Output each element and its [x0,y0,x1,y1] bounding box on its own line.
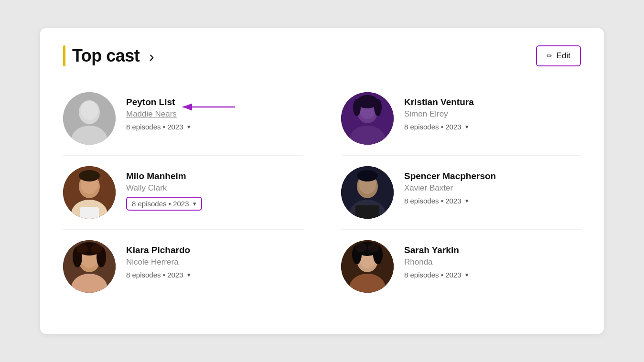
chevron-down-icon-sarah[interactable]: ▾ [465,271,469,278]
char-name-kristian: Simon Elroy [404,109,474,119]
svg-point-33 [91,244,102,254]
edit-pencil-icon: ✏ [547,52,553,60]
actor-name-peyton[interactable]: Peyton List [126,97,191,107]
top-cast-card: Top cast › ✏ Edit Peyton List Mad [40,28,604,334]
cast-item-kristian: Kristian Ventura Simon Elroy 8 episodes … [341,82,581,156]
svg-rect-24 [355,205,379,219]
episodes-text-sarah: 8 episodes • 2023 [404,271,462,279]
svg-point-17 [79,170,100,181]
cast-item-spencer: Spencer Macpherson Xavier Baxter 8 episo… [341,156,581,230]
svg-point-41 [355,243,367,252]
episodes-milo[interactable]: 8 episodes • 2023 ▾ [126,197,202,211]
actor-name-kiara[interactable]: Kiara Pichardo [126,245,191,256]
cast-info-milo: Milo Manheim Wally Clark 8 episodes • 20… [126,166,202,211]
episodes-text-spencer: 8 episodes • 2023 [404,197,462,205]
cast-item-kiara: Kiara Pichardo Nicole Herrera 8 episodes… [63,230,303,303]
svg-point-11 [353,99,361,116]
avatar-milo[interactable] [63,166,116,219]
edit-button[interactable]: ✏ Edit [536,45,581,66]
cast-grid: Peyton List Maddie Nears 8 episodes • 20… [63,82,581,303]
title-row: Top cast › [63,45,154,66]
svg-point-3 [81,101,98,120]
page-title: Top cast › [72,46,154,66]
svg-rect-18 [80,207,99,219]
title-chevron-icon[interactable]: › [149,48,154,65]
actor-name-milo[interactable]: Milo Manheim [126,171,202,181]
avatar-sarah[interactable] [341,240,394,293]
chevron-down-icon-kristian[interactable]: ▾ [465,123,469,130]
avatar-kristian[interactable] [341,92,394,145]
title-accent-bar [63,45,65,66]
episodes-text-kristian: 8 episodes • 2023 [404,123,462,131]
episodes-text-kiara: 8 episodes • 2023 [126,271,183,279]
cast-item-sarah: Sarah Yarkin Rhonda 8 episodes • 2023 ▾ [341,230,581,303]
cast-item-peyton: Peyton List Maddie Nears 8 episodes • 20… [63,82,303,156]
chevron-down-icon-milo[interactable]: ▾ [193,200,196,207]
svg-point-32 [76,244,88,254]
episodes-peyton[interactable]: 8 episodes • 2023 ▾ [126,123,191,131]
actor-name-kristian[interactable]: Kristian Ventura [404,97,474,107]
char-name-sarah: Rhonda [404,257,469,267]
char-name-kiara: Nicole Herrera [126,257,191,267]
title-label: Top cast [72,46,140,65]
svg-point-42 [368,243,379,252]
char-name-spencer: Xavier Baxter [404,183,496,193]
svg-point-23 [357,170,378,181]
actor-name-spencer[interactable]: Spencer Macpherson [404,171,496,181]
chevron-down-icon-spencer[interactable]: ▾ [465,197,469,204]
episodes-kristian[interactable]: 8 episodes • 2023 ▾ [404,123,474,131]
svg-point-12 [374,99,382,116]
avatar-spencer[interactable] [341,166,394,219]
episodes-sarah[interactable]: 8 episodes • 2023 ▾ [404,271,469,279]
char-name-milo: Wally Clark [126,183,202,193]
episodes-text-peyton: 8 episodes • 2023 [126,123,183,131]
avatar-peyton[interactable] [63,92,116,145]
char-name-peyton[interactable]: Maddie Nears [126,109,191,119]
cast-item-milo: Milo Manheim Wally Clark 8 episodes • 20… [63,156,303,230]
chevron-down-icon-peyton[interactable]: ▾ [187,123,191,130]
cast-info-peyton: Peyton List Maddie Nears 8 episodes • 20… [126,92,191,131]
edit-button-label: Edit [557,51,570,61]
actor-name-sarah[interactable]: Sarah Yarkin [404,245,469,256]
episodes-kiara[interactable]: 8 episodes • 2023 ▾ [126,271,191,279]
episodes-spencer[interactable]: 8 episodes • 2023 ▾ [404,197,496,205]
episodes-text-milo: 8 episodes • 2023 [132,200,189,208]
cast-info-sarah: Sarah Yarkin Rhonda 8 episodes • 2023 ▾ [404,240,469,279]
chevron-down-icon-kiara[interactable]: ▾ [187,271,191,278]
avatar-kiara[interactable] [63,240,116,293]
cast-info-spencer: Spencer Macpherson Xavier Baxter 8 episo… [404,166,496,205]
cast-info-kristian: Kristian Ventura Simon Elroy 8 episodes … [404,92,474,131]
cast-info-kiara: Kiara Pichardo Nicole Herrera 8 episodes… [126,240,191,279]
card-header: Top cast › ✏ Edit [63,45,581,66]
